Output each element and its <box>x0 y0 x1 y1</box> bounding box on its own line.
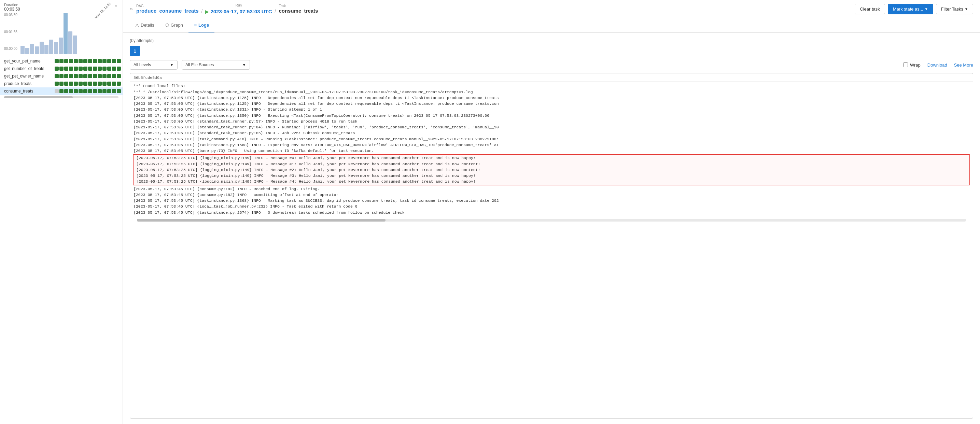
attempts-label: (by attempts) <box>130 38 973 43</box>
log-line: [2023-05-17, 07:53:45 UTC] {consume.py:1… <box>130 186 973 192</box>
details-icon: △ <box>135 22 139 28</box>
filter-tasks-button[interactable]: Filter Tasks ▼ <box>936 4 973 14</box>
log-line: [2023-05-17, 07:53:05 UTC] {taskinstance… <box>130 142 973 148</box>
run-value[interactable]: 2023-05-17, 07:53:03 UTC <box>210 8 272 14</box>
task-row-active[interactable]: consume_treats <box>0 87 123 95</box>
log-line: [2023-05-17, 07:53:05 UTC] {base.py:73} … <box>130 148 973 154</box>
tab-details[interactable]: △ Details <box>130 18 160 32</box>
breadcrumb-sep-1: / <box>201 8 202 14</box>
task-row[interactable]: get_your_pet_name <box>0 57 123 65</box>
source-filter-chevron-icon: ▼ <box>242 62 246 67</box>
task-row[interactable]: get_number_of_treats <box>0 65 123 72</box>
run-section: Run ▶ 2023-05-17, 07:53:03 UTC <box>205 3 272 14</box>
download-link[interactable]: Download <box>928 62 947 68</box>
tabs: △ Details ⬡ Graph ≡ Logs <box>123 18 980 33</box>
duration-value: 00:03:50 <box>4 7 20 12</box>
task-squares <box>55 59 121 63</box>
highlighted-log-group: [2023-05-17, 07:53:25 UTC] {logging_mixi… <box>133 154 970 185</box>
dag-name[interactable]: produce_consume_treats <box>136 8 199 14</box>
header: » DAG produce_consume_treats / Run ▶ 202… <box>123 0 980 18</box>
wrap-toggle[interactable]: Wrap <box>903 62 921 68</box>
tab-logs[interactable]: ≡ Logs <box>188 18 215 32</box>
bar-chart <box>21 13 118 57</box>
task-squares <box>55 82 121 86</box>
attempt-badge[interactable]: 1 <box>130 46 140 56</box>
task-name: get_number_of_treats <box>4 66 52 71</box>
filters-row: All Levels ▼ All File Sources ▼ Wrap Dow… <box>130 60 973 70</box>
breadcrumb-sep-2: / <box>275 8 276 14</box>
log-line-highlighted: [2023-05-17, 07:53:25 UTC] {logging_mixi… <box>134 167 969 173</box>
task-row[interactable]: get_pet_owner_name <box>0 72 123 80</box>
log-line: [2023-05-17, 07:53:05 UTC] {taskinstance… <box>130 113 973 119</box>
filter-dropdown-arrow-icon: ▼ <box>965 7 968 11</box>
task-squares <box>55 89 121 93</box>
log-line-highlighted: [2023-05-17, 07:53:25 UTC] {logging_mixi… <box>134 173 969 179</box>
log-line: *** * /usr/local/airflow/logs/dag_id=pro… <box>130 89 973 95</box>
gantt-chart: 00:03:50 00:01:55 00:00:00 <box>0 13 123 57</box>
task-name: produce_treats <box>4 81 52 86</box>
breadcrumb-expand-icon[interactable]: » <box>130 6 133 12</box>
task-name: consume_treats <box>4 89 52 94</box>
log-line: *** Found local files: <box>130 83 973 89</box>
log-line-highlighted: [2023-05-17, 07:53:25 UTC] {logging_mixi… <box>134 179 969 184</box>
y-axis: 00:03:50 00:01:55 00:00:00 <box>4 13 18 51</box>
level-filter-chevron-icon: ▼ <box>170 62 174 67</box>
log-line: [2023-05-17, 07:53:05 UTC] {taskinstance… <box>130 101 973 106</box>
wrap-checkbox[interactable] <box>903 62 908 67</box>
log-container[interactable]: 56b5fcde5d9a *** Found local files:*** *… <box>130 73 973 419</box>
log-line: [2023-05-17, 07:53:05 UTC] {standard_tas… <box>130 124 973 130</box>
duration-label: Duration <box>4 3 20 7</box>
dropdown-arrow-icon: ▼ <box>925 7 928 11</box>
main-content: » DAG produce_consume_treats / Run ▶ 202… <box>123 0 980 424</box>
horizontal-scrollbar[interactable] <box>0 95 123 100</box>
collapse-button[interactable]: « <box>113 3 118 9</box>
task-squares <box>55 67 121 71</box>
logs-content: (by attempts) 1 All Levels ▼ All File So… <box>123 33 980 424</box>
task-list: get_your_pet_name get_number_of_treats g… <box>0 57 123 424</box>
tab-graph[interactable]: ⬡ Graph <box>160 18 188 32</box>
clear-task-button[interactable]: Clear task <box>855 4 885 14</box>
task-name: get_your_pet_name <box>4 59 52 64</box>
log-line: [2023-05-17, 07:53:05 UTC] {standard_tas… <box>130 119 973 124</box>
header-actions: Clear task Mark state as... ▼ Filter Tas… <box>855 4 973 14</box>
task-row[interactable]: produce_treats <box>0 80 123 87</box>
task-section: Task consume_treats <box>278 4 318 14</box>
see-more-link[interactable]: See More <box>954 62 973 68</box>
log-line: [2023-05-17, 07:53:05 UTC] {taskinstance… <box>130 106 973 112</box>
sidebar-duration-section: Duration 00:03:50 <box>4 3 20 12</box>
run-label: Run <box>235 3 242 7</box>
log-line: [2023-05-17, 07:53:05 UTC] {standard_tas… <box>130 130 973 136</box>
dag-label: DAG <box>136 4 199 8</box>
task-square <box>55 59 59 63</box>
task-squares <box>55 74 121 78</box>
log-line-highlighted: [2023-05-17, 07:53:25 UTC] {logging_mixi… <box>134 155 969 161</box>
log-line: [2023-05-17, 07:53:45 UTC] {consume.py:1… <box>130 192 973 198</box>
log-line: [2023-05-17, 07:53:45 UTC] {taskinstance… <box>130 198 973 203</box>
dag-section: DAG produce_consume_treats <box>136 4 199 14</box>
graph-icon: ⬡ <box>165 22 169 28</box>
sidebar: Duration 00:03:50 May 16, 14:51 « 00:03:… <box>0 0 123 424</box>
task-label: Task <box>278 4 318 8</box>
log-line: [2023-05-17, 07:53:05 UTC] {task_command… <box>130 136 973 142</box>
breadcrumb: » DAG produce_consume_treats / Run ▶ 202… <box>130 3 318 14</box>
source-filter[interactable]: All File Sources ▼ <box>182 60 250 70</box>
level-filter[interactable]: All Levels ▼ <box>130 60 178 70</box>
log-lines: *** Found local files:*** * /usr/local/a… <box>130 82 973 217</box>
log-id: 56b5fcde5d9a <box>130 73 973 82</box>
task-name: get_pet_owner_name <box>4 74 52 78</box>
task-value: consume_treats <box>278 8 318 14</box>
logs-icon: ≡ <box>194 22 197 28</box>
run-play-icon: ▶ <box>205 9 209 14</box>
sidebar-header: Duration 00:03:50 May 16, 14:51 « <box>0 0 123 12</box>
log-line: [2023-05-17, 07:53:45 UTC] {taskinstance… <box>130 210 973 215</box>
log-line: [2023-05-17, 07:53:45 UTC] {local_task_j… <box>130 203 973 209</box>
log-line-highlighted: [2023-05-17, 07:53:25 UTC] {logging_mixi… <box>134 161 969 167</box>
log-line: [2023-05-17, 07:53:05 UTC] {taskinstance… <box>130 95 973 101</box>
mark-state-button[interactable]: Mark state as... ▼ <box>888 4 933 14</box>
